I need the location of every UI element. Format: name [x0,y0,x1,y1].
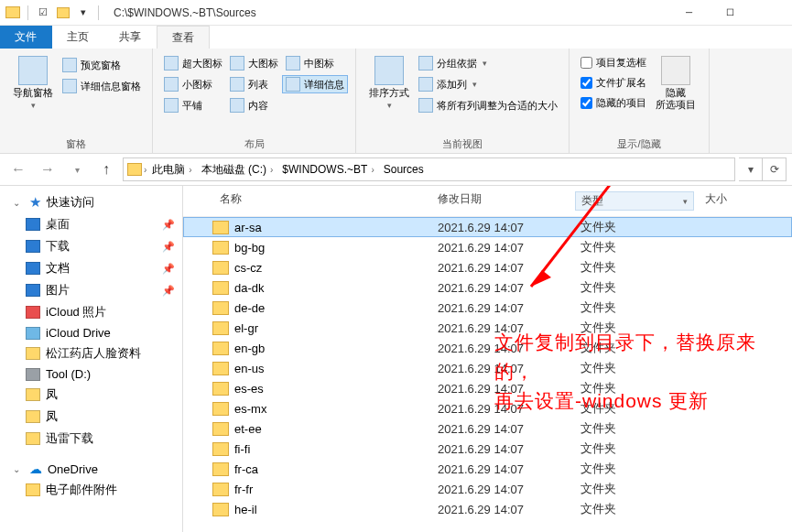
file-row[interactable]: el-gr2021.6.29 14:07文件夹 [183,318,792,338]
file-row[interactable]: fi-fi2021.6.29 14:07文件夹 [183,439,792,459]
column-size[interactable]: 大小 [694,191,749,211]
column-name[interactable]: 名称 [190,191,438,211]
ribbon-group-show-hide: 项目复选框 文件扩展名 隐藏的项目 隐藏所选项目 显示/隐藏 [570,49,710,153]
hide-selected-button[interactable]: 隐藏所选项目 [650,52,701,114]
sidebar-item-icon [26,347,40,360]
column-headers: 名称 修改日期 类型▾ 大小 [183,186,792,217]
sidebar-item[interactable]: iCloud 照片 [0,301,182,323]
file-row[interactable]: en-gb2021.6.29 14:07文件夹 [183,338,792,358]
group-by-button[interactable]: 分组依据▾ [415,54,561,72]
file-name: de-de [234,301,265,315]
file-row[interactable]: ar-sa2021.6.29 14:07文件夹 [183,217,792,237]
qat-properties-icon[interactable]: ☑ [34,4,52,22]
file-row[interactable]: et-ee2021.6.29 14:07文件夹 [183,418,792,439]
maximize-button[interactable]: ☐ [710,0,751,26]
layout-content[interactable]: 内容 [226,96,282,114]
file-row[interactable]: bg-bg2021.6.29 14:07文件夹 [183,237,792,257]
layout-extra-large[interactable]: 超大图标 [160,54,226,72]
layout-tiles[interactable]: 平铺 [160,96,226,114]
sidebar-item-icon [26,306,40,319]
tab-file[interactable]: 文件 [0,26,52,49]
layout-list[interactable]: 列表 [226,75,282,93]
breadcrumb-item[interactable]: 此电脑› [148,162,195,178]
sidebar-item[interactable]: 凤 [0,406,182,428]
tab-view[interactable]: 查看 [157,26,210,49]
file-date: 2021.6.29 14:07 [438,362,575,375]
size-all-columns-button[interactable]: 将所有列调整为合适的大小 [415,96,561,114]
file-name: ar-sa [234,221,262,234]
sidebar-item-label: iCloud Drive [46,326,111,340]
recent-locations-button[interactable]: ▾ [64,157,90,182]
layout-details[interactable]: 详细信息 [282,75,348,93]
folder-icon [212,402,229,416]
file-date: 2021.6.29 14:07 [438,261,575,275]
qat-customize-icon[interactable]: ▾ [74,4,92,22]
sidebar-item[interactable]: 松江药店人脸资料 [0,342,182,364]
minimize-button[interactable]: ─ [668,0,710,26]
file-date: 2021.6.29 14:07 [438,241,575,255]
item-checkboxes-toggle[interactable]: 项目复选框 [577,54,650,71]
file-row[interactable]: en-us2021.6.29 14:07文件夹 [183,358,792,378]
layout-large[interactable]: 大图标 [226,54,282,72]
file-date: 2021.6.29 14:07 [438,281,575,295]
file-row[interactable]: es-es2021.6.29 14:07文件夹 [183,378,792,398]
file-date: 2021.6.29 14:07 [438,321,575,335]
sidebar-item-label: 下载 [46,238,70,255]
quick-access-header[interactable]: ⌄ ★ 快速访问 [0,191,182,213]
tab-home[interactable]: 主页 [52,26,104,49]
file-name: en-us [234,362,265,375]
forward-button[interactable]: → [35,157,60,182]
sidebar-item-label: 桌面 [46,216,70,233]
sidebar-item-icon [26,368,40,381]
column-modified[interactable]: 修改日期 [438,191,575,211]
file-row[interactable]: fr-ca2021.6.29 14:07文件夹 [183,459,792,479]
breadcrumb-item[interactable]: Sources [380,163,428,176]
sidebar-item[interactable]: 迅雷下载 [0,428,182,450]
ribbon-group-current-view: 排序方式 ▾ 分组依据▾ 添加列▾ 将所有列调整为合适的大小 当前视图 [356,49,570,153]
file-row[interactable]: de-de2021.6.29 14:07文件夹 [183,298,792,318]
file-row[interactable]: es-mx2021.6.29 14:07文件夹 [183,398,792,418]
file-row[interactable]: fr-fr2021.6.29 14:07文件夹 [183,479,792,499]
file-row[interactable]: cs-cz2021.6.29 14:07文件夹 [183,257,792,277]
sidebar-item-icon [26,262,40,275]
navigation-pane-button[interactable]: 导航窗格 ▾ [7,52,59,114]
sidebar-item[interactable]: 电子邮件附件 [0,479,182,501]
sidebar-item[interactable]: Tool (D:) [0,364,182,384]
hidden-items-toggle[interactable]: 隐藏的项目 [577,94,650,112]
onedrive-header[interactable]: ⌄ ☁ OneDrive [0,459,182,479]
ribbon: 导航窗格 ▾ 预览窗格 详细信息窗格 窗格 超大图标 小图标 平铺 大图标 列表… [0,49,792,154]
address-bar[interactable]: › 此电脑› 本地磁盘 (C:)› $WINDOWS.~BT› Sources [123,157,735,181]
sidebar-item-label: 松江药店人脸资料 [46,345,141,362]
file-date: 2021.6.29 14:07 [438,221,575,234]
layout-medium[interactable]: 中图标 [282,54,348,72]
add-columns-button[interactable]: 添加列▾ [415,75,561,93]
sidebar-item[interactable]: 文档📌 [0,257,182,279]
tab-share[interactable]: 共享 [104,26,157,49]
address-dropdown-button[interactable]: ▾ [739,157,763,181]
layout-small[interactable]: 小图标 [160,75,226,93]
sidebar-item[interactable]: 下载📌 [0,235,182,257]
sidebar-item[interactable]: 凤 [0,384,182,406]
close-button[interactable] [751,0,792,26]
sidebar-item-label: 凤 [46,408,58,425]
qat-new-folder-icon[interactable] [54,4,72,22]
breadcrumb-item[interactable]: $WINDOWS.~BT› [278,163,377,176]
breadcrumb-item[interactable]: 本地磁盘 (C:)› [198,162,277,178]
file-name: fr-fr [234,483,253,496]
file-name: el-gr [234,321,258,335]
column-type[interactable]: 类型▾ [575,191,694,211]
file-row[interactable]: da-dk2021.6.29 14:07文件夹 [183,277,792,298]
up-button[interactable]: ↑ [93,157,119,182]
sort-button[interactable]: 排序方式 ▾ [363,52,415,114]
file-name: es-es [234,382,264,396]
sidebar-item[interactable]: 桌面📌 [0,213,182,235]
preview-pane-button[interactable]: 预览窗格 [59,56,145,74]
file-row[interactable]: he-il2021.6.29 14:07文件夹 [183,499,792,519]
details-pane-button[interactable]: 详细信息窗格 [59,77,145,95]
pin-icon: 📌 [162,241,175,253]
sidebar-item[interactable]: 图片📌 [0,279,182,301]
sidebar-item[interactable]: iCloud Drive [0,323,182,342]
refresh-button[interactable]: ⟳ [763,157,787,181]
back-button[interactable]: ← [5,157,31,182]
file-extensions-toggle[interactable]: 文件扩展名 [577,74,650,92]
